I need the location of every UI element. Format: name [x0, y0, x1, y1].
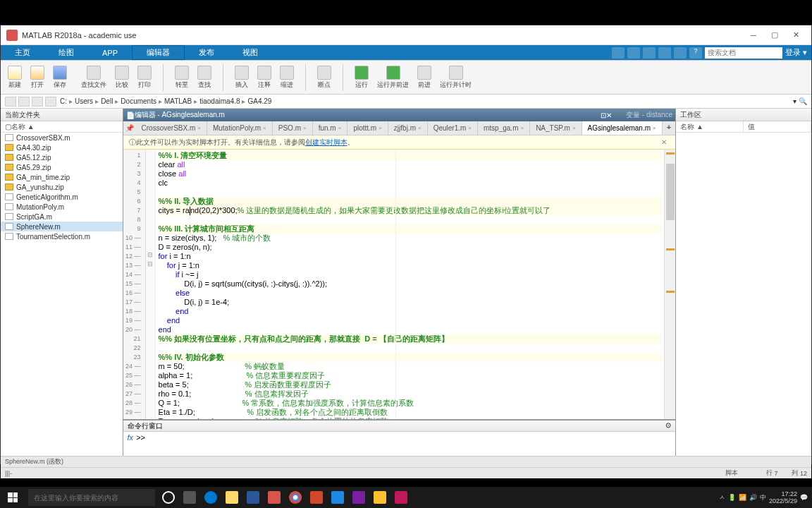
open-button[interactable]: 打开	[27, 64, 47, 91]
scroll-thumb[interactable]	[666, 164, 675, 220]
fwd-icon[interactable]	[18, 97, 30, 107]
notifications-icon[interactable]: 💬	[800, 494, 808, 501]
tab-app[interactable]: APP	[88, 45, 132, 60]
insert-button[interactable]: 插入	[232, 64, 252, 91]
line-gutter[interactable]: 12345678910 —11 —12 —13 —14 —15 —16 —17 …	[123, 150, 146, 419]
file-tab[interactable]: CrossoverSBX.m×	[136, 121, 207, 135]
powerpoint-icon[interactable]	[306, 487, 327, 508]
tab-view[interactable]: 视图	[228, 45, 272, 60]
tab-home[interactable]: 主页	[1, 45, 44, 60]
print-button[interactable]: 打印	[135, 64, 154, 91]
goto-button[interactable]: 转至	[172, 64, 192, 91]
tab-plot[interactable]: 绘图	[44, 45, 88, 60]
file-item[interactable]: GeneticAlgorithm.m	[1, 192, 123, 202]
editor-dock-icon[interactable]: ⊡	[601, 111, 606, 119]
tab-close-icon[interactable]: ×	[303, 125, 307, 131]
findfiles-button[interactable]: 查找文件	[78, 64, 109, 91]
tray-up-icon[interactable]: ㅅ	[719, 493, 725, 502]
tab-pin-icon[interactable]: 📌	[123, 121, 136, 135]
breadcrumb-path[interactable]: C:▸Users▸Dell▸Documents▸MATLAB▸tiaodaima…	[59, 97, 273, 105]
help-icon[interactable]: ?	[689, 47, 702, 59]
tab-editor[interactable]: 编辑器	[132, 45, 185, 60]
findtext-button[interactable]: 查找	[195, 64, 214, 91]
matlab-icon[interactable]	[264, 487, 285, 508]
crumb[interactable]: MATLAB	[163, 97, 193, 105]
crumb[interactable]: Users	[73, 97, 94, 105]
notice-link[interactable]: 创建实时脚本	[305, 138, 347, 147]
tab-publish[interactable]: 发布	[185, 45, 228, 60]
advance-button[interactable]: 前进	[414, 64, 434, 91]
tab-close-icon[interactable]: ×	[520, 125, 524, 131]
comment-button[interactable]: 注释	[254, 64, 274, 91]
runtime-button[interactable]: 运行并计时	[437, 64, 474, 91]
file-item[interactable]: CrossoverSBX.m	[1, 133, 123, 143]
close-button[interactable]: ✕	[786, 28, 806, 42]
word-icon[interactable]	[242, 487, 264, 508]
paste-icon[interactable]	[658, 47, 671, 59]
file-item[interactable]: ScriptGA.m	[1, 212, 123, 222]
tab-close-icon[interactable]: ×	[653, 125, 656, 131]
app-icon-1[interactable]	[327, 487, 348, 508]
notice-close-icon[interactable]: ✕	[658, 138, 670, 146]
explorer-icon[interactable]	[221, 487, 242, 508]
workspace-header[interactable]: 名称 ▲ 值	[676, 121, 811, 133]
file-tab[interactable]: AGsinglesaleman.m×	[582, 121, 663, 135]
save-quick-icon[interactable]	[612, 47, 625, 59]
tab-close-icon[interactable]: ×	[338, 125, 342, 131]
app-icon-4[interactable]	[390, 487, 412, 508]
code-area[interactable]: 12345678910 —11 —12 —13 —14 —15 —16 —17 …	[123, 150, 676, 419]
battery-icon[interactable]: 🔋	[728, 494, 736, 501]
minimize-button[interactable]: ─	[744, 28, 763, 42]
file-item[interactable]: GA5.29.zip	[1, 162, 123, 172]
start-button[interactable]	[0, 487, 25, 508]
cortana-icon[interactable]	[158, 487, 179, 508]
file-tab[interactable]: zjjfbj.m×	[388, 121, 428, 135]
file-list[interactable]: CrossoverSBX.mGA4.30.zipGA5.12.zipGA5.29…	[1, 133, 123, 456]
file-tab[interactable]: Qeuler1.m×	[428, 121, 478, 135]
compare-button[interactable]: 比较	[112, 64, 132, 91]
file-tab[interactable]: fun.m×	[313, 121, 348, 135]
file-tab[interactable]: NA_TSP.m×	[530, 121, 582, 135]
copy-icon[interactable]	[643, 47, 656, 59]
folder-icon[interactable]	[45, 97, 56, 107]
fx-icon[interactable]: fx	[128, 433, 134, 442]
back-icon[interactable]	[5, 97, 16, 107]
variable-tab[interactable]: 变量 - distance	[626, 110, 672, 120]
system-tray[interactable]: ㅅ 🔋 📶 🔊 中 17:22 2022/5/29 💬	[715, 490, 812, 504]
crumb[interactable]: tiaodaima4.8	[198, 97, 241, 105]
tab-close-icon[interactable]: ×	[572, 125, 576, 131]
crumb[interactable]: Dell	[99, 97, 114, 105]
tab-close-icon[interactable]: ×	[379, 125, 382, 131]
file-item[interactable]: SphereNew.m	[1, 222, 123, 231]
maximize-button[interactable]: ▢	[765, 28, 785, 42]
ime-icon[interactable]: 中	[760, 493, 766, 502]
cmd-dock-icon[interactable]: ⊙	[665, 421, 671, 430]
breakpoint-button[interactable]: 断点	[314, 64, 334, 91]
run-button[interactable]: 运行	[352, 64, 371, 91]
editor-close-icon[interactable]: ✕	[606, 111, 612, 119]
cut-icon[interactable]	[627, 47, 640, 59]
fold-column[interactable]: ⊟⊟	[146, 150, 156, 419]
file-tab[interactable]: plottt.m×	[347, 121, 388, 135]
volume-icon[interactable]: 🔊	[749, 494, 757, 501]
code-text[interactable]: %% I. 清空环境变量clear allclose allclc%% II. …	[156, 150, 665, 419]
ws-col-value[interactable]: 值	[744, 121, 811, 132]
tab-close-icon[interactable]: ×	[468, 125, 472, 131]
taskbar-search-input[interactable]	[28, 489, 155, 506]
ws-col-name[interactable]: 名称 ▲	[676, 121, 744, 132]
tab-close-icon[interactable]: ×	[197, 125, 201, 131]
clock[interactable]: 17:22 2022/5/29	[769, 490, 797, 504]
login-button[interactable]: 登录 ▾	[785, 47, 807, 58]
new-button[interactable]: 新建	[5, 64, 25, 91]
tab-close-icon[interactable]: ×	[263, 125, 266, 131]
chrome-icon[interactable]	[285, 487, 306, 508]
edge-icon[interactable]	[200, 487, 221, 508]
file-item[interactable]: GA_min_time.zip	[1, 172, 123, 182]
tab-close-icon[interactable]: ×	[418, 125, 422, 131]
file-tab[interactable]: MutationPoly.m×	[207, 121, 273, 135]
app-icon-3[interactable]	[369, 487, 390, 508]
tab-add-button[interactable]: +	[663, 121, 675, 135]
vertical-scrollbar[interactable]	[664, 150, 675, 419]
breadcrumb-dropdown-icon[interactable]: ▾ 🔍	[793, 97, 807, 105]
file-tab[interactable]: mtsp_ga.m×	[478, 121, 530, 135]
